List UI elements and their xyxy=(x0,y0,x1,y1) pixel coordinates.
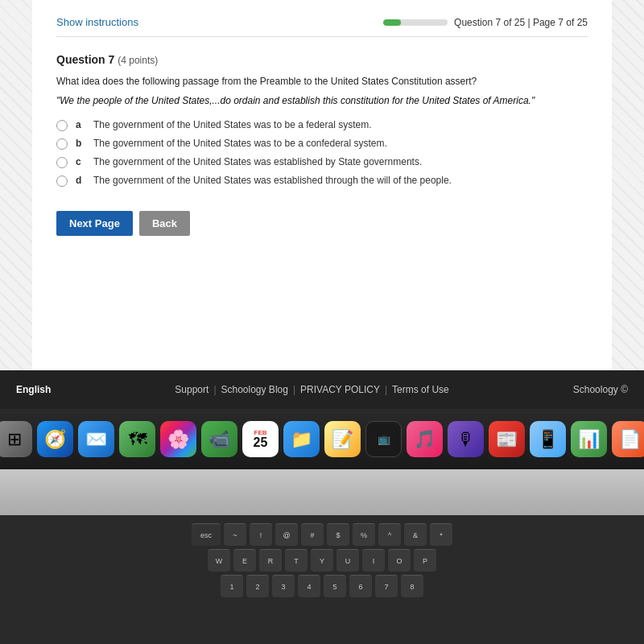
key-8[interactable]: 8 xyxy=(401,575,423,597)
show-instructions-link[interactable]: Show instructions xyxy=(56,16,138,28)
question-counter-label: Question 7 of 25 | Page 7 of 25 xyxy=(454,17,588,28)
dock-facetime-icon[interactable]: 📹 xyxy=(201,421,237,457)
key-y[interactable]: Y xyxy=(311,549,333,572)
key-5[interactable]: 5 xyxy=(324,575,346,597)
dock-podcasts-icon[interactable]: 🎙 xyxy=(448,421,484,457)
choice-letter-b: b xyxy=(76,138,85,149)
key-6[interactable]: 6 xyxy=(349,575,372,597)
answer-choices: a The government of the United States wa… xyxy=(56,119,588,187)
question-number: Question 7 xyxy=(56,53,114,66)
footer-bar: English Support | Schoology Blog | PRIVA… xyxy=(0,370,644,409)
choice-letter-d: d xyxy=(76,175,85,186)
navigation-buttons: Next Page Back xyxy=(56,211,588,236)
footer-language: English xyxy=(16,384,51,395)
choice-letter-a: a xyxy=(76,119,85,130)
key-4[interactable]: 4 xyxy=(298,575,320,597)
dock-remote-icon[interactable]: 📱 xyxy=(530,421,566,457)
keyboard-row-3: 1 2 3 4 5 6 7 8 xyxy=(24,575,620,597)
radio-d[interactable] xyxy=(56,175,68,187)
key-at[interactable]: @ xyxy=(275,523,298,546)
dock-calendar-icon[interactable]: FEB 25 xyxy=(242,421,279,457)
footer-support-link[interactable]: Support xyxy=(175,384,208,395)
choice-b[interactable]: b The government of the United States wa… xyxy=(56,138,588,150)
key-t[interactable]: T xyxy=(285,549,308,572)
choice-text-d: The government of the United States was … xyxy=(93,175,452,186)
question-points: (4 points) xyxy=(118,55,158,66)
key-2[interactable]: 2 xyxy=(246,575,269,597)
footer-schoology-blog-link[interactable]: Schoology Blog xyxy=(221,384,288,395)
keyboard-row-1: esc ~ ! @ # $ % ^ & * xyxy=(24,523,620,546)
key-tilde[interactable]: ~ xyxy=(224,523,246,546)
dock-mail-icon[interactable]: ✉️ xyxy=(78,421,114,457)
keyboard-row-2: W E R T Y U I O P xyxy=(24,549,620,572)
radio-b[interactable] xyxy=(56,138,68,150)
key-dollar[interactable]: $ xyxy=(327,523,349,546)
radio-a[interactable] xyxy=(56,120,68,131)
key-esc[interactable]: esc xyxy=(192,523,221,546)
choice-text-b: The government of the United States was … xyxy=(93,138,387,149)
key-amp[interactable]: & xyxy=(404,523,427,546)
question-title: Question 7 (4 points) xyxy=(56,53,588,66)
dock-safari-icon[interactable]: 🧭 xyxy=(37,421,73,457)
choice-text-c: The government of the United States was … xyxy=(93,156,422,167)
choice-a[interactable]: a The government of the United States wa… xyxy=(56,119,588,131)
key-o[interactable]: O xyxy=(388,549,411,572)
screen-background: Show instructions Question 7 of 25 | Pag… xyxy=(0,0,644,416)
question-passage-intro: What idea does the following passage fro… xyxy=(56,74,588,89)
choice-c[interactable]: c The government of the United States wa… xyxy=(56,156,588,168)
dock-pages-icon[interactable]: 📄 xyxy=(612,421,644,457)
choice-d[interactable]: d The government of the United States wa… xyxy=(56,175,588,187)
dock-files-icon[interactable]: 📁 xyxy=(283,421,320,457)
question-passage-quote: "We the people of the United States,...d… xyxy=(56,93,588,108)
key-percent[interactable]: % xyxy=(353,523,375,546)
dock-news-icon[interactable]: 📰 xyxy=(489,421,525,457)
footer-terms-link[interactable]: Terms of Use xyxy=(392,384,449,395)
key-exclaim[interactable]: ! xyxy=(250,523,272,546)
key-i[interactable]: I xyxy=(362,549,385,572)
choice-text-a: The government of the United States was … xyxy=(93,119,372,130)
next-page-button[interactable]: Next Page xyxy=(56,211,133,236)
macos-dock: 🔵 ⊞ 🧭 ✉️ 🗺 🌸 📹 FEB 25 📁 📝 📺 🎵 🎙 📰 📱 📊 📄 … xyxy=(0,409,644,469)
question-header: Show instructions Question 7 of 25 | Pag… xyxy=(56,16,588,37)
key-star[interactable]: * xyxy=(430,523,452,546)
footer-sep-1: | xyxy=(213,384,216,395)
key-1[interactable]: 1 xyxy=(221,575,243,597)
back-button[interactable]: Back xyxy=(139,211,190,236)
key-hash[interactable]: # xyxy=(301,523,324,546)
key-3[interactable]: 3 xyxy=(272,575,295,597)
question-counter: Question 7 of 25 | Page 7 of 25 xyxy=(383,17,588,28)
footer-sep-3: | xyxy=(385,384,387,395)
key-caret[interactable]: ^ xyxy=(378,523,401,546)
content-area: Show instructions Question 7 of 25 | Pag… xyxy=(32,0,612,416)
screen: Show instructions Question 7 of 25 | Pag… xyxy=(0,0,644,419)
keyboard: esc ~ ! @ # $ % ^ & * W E R T Y U I O P … xyxy=(0,515,644,644)
dock-maps-icon[interactable]: 🗺 xyxy=(119,421,155,457)
key-w[interactable]: W xyxy=(208,549,230,572)
progress-bar-fill xyxy=(383,19,401,26)
footer-privacy-link[interactable]: PRIVACY POLICY xyxy=(300,384,380,395)
choice-letter-c: c xyxy=(76,156,85,167)
dock-numbers-icon[interactable]: 📊 xyxy=(571,421,607,457)
key-r[interactable]: R xyxy=(259,549,282,572)
progress-bar-container xyxy=(383,19,448,26)
dock-appletv-icon[interactable]: 📺 xyxy=(365,421,402,457)
key-p[interactable]: P xyxy=(414,549,436,572)
dock-launchpad-icon[interactable]: ⊞ xyxy=(0,421,32,457)
dock-notes-icon[interactable]: 📝 xyxy=(324,421,361,457)
key-7[interactable]: 7 xyxy=(375,575,398,597)
dock-photos-icon[interactable]: 🌸 xyxy=(160,421,196,457)
footer-schoology-copyright: Schoology © xyxy=(573,384,628,395)
radio-c[interactable] xyxy=(56,157,68,168)
footer-links: Support | Schoology Blog | PRIVACY POLIC… xyxy=(175,384,448,395)
dock-music-icon[interactable]: 🎵 xyxy=(407,421,443,457)
footer-sep-2: | xyxy=(293,384,295,395)
key-u[interactable]: U xyxy=(336,549,359,572)
key-e[interactable]: E xyxy=(233,549,256,572)
